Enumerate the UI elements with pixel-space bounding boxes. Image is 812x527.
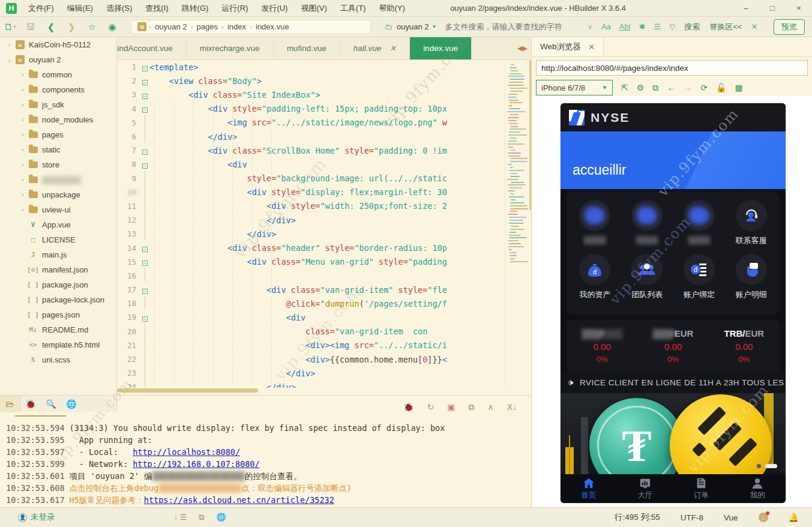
menu-视图(V)[interactable]: 视图(V) [294, 0, 333, 17]
filter-icon[interactable]: ▽ [669, 22, 675, 31]
line-number[interactable]: 13 [117, 229, 140, 238]
nav-首页[interactable]: 首页 [561, 474, 617, 503]
tree-expand-arrow[interactable]: ⌄ [6, 56, 13, 63]
tree-item-unpackage[interactable]: ›unpackage [0, 187, 116, 202]
search-tab-icon[interactable]: 🔍 [41, 396, 61, 412]
search-input[interactable] [445, 22, 583, 31]
code-line-11[interactable]: 11 <div style="width: 250px;font-size: 2 [117, 199, 505, 213]
close-search-icon[interactable]: ✕ [751, 22, 757, 31]
nav-back-icon[interactable]: ← [667, 83, 675, 92]
breadcrumb[interactable]: u ›ouyuan 2›pages›index›index.vue [131, 20, 371, 34]
console-link[interactable]: https://ask.dcloud.net.cn/article/35232 [144, 495, 334, 505]
code-line-23[interactable]: 23 </div> [117, 366, 505, 380]
breadcrumb-item[interactable]: pages [197, 22, 218, 31]
globe-icon[interactable]: 🌐 [216, 513, 226, 522]
fold-marker[interactable]: – [140, 76, 149, 86]
tree-expand-arrow[interactable]: › [19, 146, 26, 153]
regex-icon[interactable]: ✱ [639, 22, 646, 31]
editor-tab-bindAccount.vue[interactable]: bindAccount.vue [117, 37, 187, 59]
menu-运行(R)[interactable]: 运行(R) [215, 0, 254, 17]
tree-item-uni.scss[interactable]: Suni.scss [0, 352, 116, 367]
menu-工具(T)[interactable]: 工具(T) [334, 0, 373, 17]
maximize-button[interactable]: □ [759, 0, 786, 17]
nav-大厅[interactable]: 大厅 [617, 474, 673, 503]
code-line-17[interactable]: 17– <div class="van-grid-item" style="fl… [117, 283, 505, 297]
code-line-12[interactable]: 12 </div> [117, 213, 505, 227]
debug-bug-icon[interactable]: 🐞 [403, 402, 414, 412]
line-number[interactable]: 15 [117, 257, 140, 267]
carousel-indicator[interactable] [757, 464, 777, 468]
tree-item-package-lock.json[interactable]: [ ]package-lock.json [0, 292, 116, 307]
restart-icon[interactable]: ↻ [427, 402, 434, 412]
syntax-mode[interactable]: Vue [724, 513, 738, 522]
forward-icon[interactable]: ❯ [64, 20, 79, 34]
tree-item-store[interactable]: ›store [0, 157, 116, 172]
code-line-4[interactable]: 4– <div style="padding-left: 15px; paddi… [117, 102, 505, 116]
lock-icon[interactable]: 🔓 [716, 83, 726, 92]
code-line-9[interactable]: 9 style="background-image: url(../../sta… [117, 172, 505, 185]
favorite-star-icon[interactable]: ☆ [84, 20, 100, 34]
tree-expand-arrow[interactable]: › [19, 101, 26, 108]
tree-expand-arrow[interactable]: › [19, 71, 26, 78]
tree-expand-arrow[interactable]: › [19, 161, 26, 168]
menu-发行(U)[interactable]: 发行(U) [254, 0, 294, 17]
open-terminal-icon[interactable]: ⧉ [468, 402, 474, 412]
terminal-icon[interactable]: ⧉ [199, 513, 204, 522]
nav-订单[interactable]: 订单 [673, 474, 730, 503]
code-line-16[interactable]: 16 [117, 269, 505, 283]
tree-item-pages[interactable]: ›pages [0, 127, 116, 142]
ticker-▒▒▒/EUR[interactable]: ▒▒▒/EUR0.000% [637, 320, 708, 372]
code-line-3[interactable]: 3– <div class="Site IndexBox"> [117, 88, 505, 101]
line-number[interactable]: 14 [117, 244, 140, 253]
chevron-down-icon[interactable]: ∨ [587, 22, 593, 31]
minimize-button[interactable]: – [733, 0, 759, 17]
tab-scroll-arrows[interactable]: ◀▶ [514, 37, 531, 59]
fold-marker[interactable]: – [140, 160, 149, 169]
devtools-icon[interactable]: ⧉ [652, 83, 658, 93]
tree-item-uview-ui[interactable]: ›uview-ui [0, 202, 116, 217]
code-line-8[interactable]: 8– <div [117, 157, 505, 171]
horizontal-scrollbar[interactable] [117, 388, 505, 394]
fold-marker[interactable]: – [140, 104, 149, 113]
tree-expand-arrow[interactable]: ‹ [19, 176, 26, 183]
notification-bell-icon[interactable]: 🔔 [789, 513, 799, 522]
outline-icon[interactable]: ⋮☰ [172, 513, 187, 522]
line-number[interactable]: 24 [117, 382, 140, 388]
line-number[interactable]: 8 [117, 160, 140, 169]
editor-tab-hall.vue[interactable]: hall.vue✕ [340, 37, 410, 59]
fold-marker[interactable]: – [140, 90, 149, 100]
tree-item-node_modules[interactable]: ›node_modules [0, 112, 116, 127]
settings-gear-icon[interactable]: ⚙ [637, 83, 645, 92]
fold-marker[interactable]: – [140, 243, 149, 253]
line-number[interactable]: 3 [117, 90, 140, 99]
line-number[interactable]: 9 [117, 174, 140, 183]
search-button[interactable]: 搜索 [684, 22, 700, 32]
search-scope-select[interactable]: ouyuan 2▼ [397, 22, 436, 31]
console-link[interactable]: http://192.168.0.107:8080/ [133, 459, 259, 469]
line-number[interactable]: 17 [117, 285, 140, 294]
grid-item-联系客服[interactable]: 联系客服 [725, 200, 777, 246]
grid-item-▒▒▒▒[interactable]: ▒▒▒▒ [569, 200, 621, 246]
fold-marker[interactable]: – [140, 313, 149, 322]
tree-expand-arrow[interactable]: › [19, 206, 26, 213]
line-number[interactable]: 7 [117, 146, 140, 155]
breadcrumb-item[interactable]: ouyuan 2 [155, 22, 187, 31]
line-number[interactable]: 16 [117, 271, 140, 280]
code-line-24[interactable]: 24 </div> [117, 380, 505, 388]
fold-marker[interactable]: – [140, 62, 149, 72]
line-number[interactable]: 6 [117, 132, 140, 141]
ticker-▒▒▒/▒▒▒[interactable]: ▒▒▒/▒▒▒0.000% [567, 320, 637, 372]
code-line-1[interactable]: 1–<template> [117, 60, 505, 74]
cursor-position[interactable]: 行:495 列:55 [615, 512, 660, 523]
files-tab-icon[interactable]: 🗁 [0, 396, 20, 412]
whole-word-icon[interactable]: Abl [619, 22, 631, 31]
code-line-22[interactable]: 22 <div>{{common.home.menu[0]}}< [117, 352, 505, 366]
code-line-19[interactable]: 19– <div [117, 310, 505, 324]
run-icon[interactable]: ◉ [104, 20, 120, 34]
editor-panel[interactable]: bindAccount.vuemixrecharge.vuemufind.vue… [117, 37, 531, 395]
tree-expand-arrow[interactable]: › [6, 41, 13, 48]
console-link[interactable]: http://localhost:8080/ [133, 447, 240, 457]
fold-marker[interactable]: – [140, 257, 149, 267]
tree-item-common[interactable]: ›common [0, 67, 116, 82]
tree-item-pages.json[interactable]: [ ]pages.json [0, 307, 116, 322]
